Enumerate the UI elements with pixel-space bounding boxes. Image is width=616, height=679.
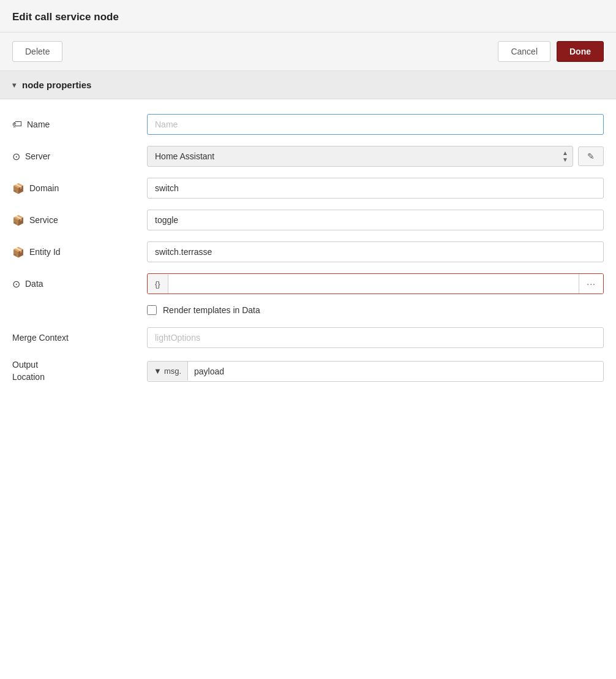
data-icon: ⊙ [12, 278, 20, 290]
merge-context-field-wrapper [147, 327, 604, 348]
form-body: 🏷 Name ⊙ Server Home Assistant [0, 99, 616, 406]
name-row: 🏷 Name [12, 114, 604, 135]
entity-id-label-text: Entity Id [29, 247, 61, 257]
server-select-wrapper: Home Assistant ▲ ▼ [147, 146, 573, 167]
domain-input[interactable] [147, 178, 604, 199]
output-location-wrapper: ▼ msg. [147, 361, 604, 382]
domain-label-text: Domain [29, 183, 59, 193]
entity-id-field-wrapper [147, 241, 604, 262]
merge-context-input[interactable] [147, 327, 604, 348]
domain-field-wrapper [147, 178, 604, 199]
output-value-input[interactable] [188, 362, 603, 381]
server-label: ⊙ Server [12, 151, 147, 162]
service-label: 📦 Service [12, 214, 147, 226]
server-edit-button[interactable]: ✎ [578, 146, 604, 166]
entity-id-label: 📦 Entity Id [12, 246, 147, 258]
domain-row: 📦 Domain [12, 178, 604, 199]
name-field-wrapper [147, 114, 604, 135]
entity-id-input[interactable] [147, 241, 604, 262]
section-title: node properties [22, 80, 91, 90]
toolbar-right: Cancel Done [498, 41, 604, 62]
output-location-field-wrapper: ▼ msg. [147, 361, 604, 382]
done-button[interactable]: Done [557, 41, 604, 62]
render-templates-checkbox[interactable] [147, 305, 157, 315]
output-type-label: msg. [164, 366, 181, 376]
chevron-down-icon: ▾ [12, 81, 16, 89]
entity-id-icon: 📦 [12, 246, 24, 258]
merge-context-label-text: Merge Context [12, 333, 69, 343]
merge-context-row: Merge Context [12, 327, 604, 348]
section-header: ▾ node properties [0, 71, 616, 99]
name-input[interactable] [147, 114, 604, 135]
service-field-wrapper [147, 210, 604, 230]
entity-id-row: 📦 Entity Id [12, 241, 604, 262]
data-json-icon-button[interactable]: {} [148, 275, 168, 294]
service-label-text: Service [29, 215, 58, 225]
service-input[interactable] [147, 210, 604, 230]
server-icon: ⊙ [12, 151, 20, 162]
data-ellipsis-button[interactable]: ··· [579, 274, 603, 294]
name-label: 🏷 Name [12, 119, 147, 130]
data-input[interactable] [168, 274, 579, 294]
data-input-wrapper: {} ··· [147, 273, 604, 294]
data-label: ⊙ Data [12, 278, 147, 290]
domain-label: 📦 Domain [12, 183, 147, 194]
data-field-wrapper: {} ··· [147, 273, 604, 294]
service-row: 📦 Service [12, 210, 604, 230]
server-select[interactable]: Home Assistant [147, 146, 573, 167]
merge-context-label: Merge Context [12, 333, 147, 343]
cancel-button[interactable]: Cancel [498, 41, 550, 62]
data-row: ⊙ Data {} ··· [12, 273, 604, 294]
render-templates-row: Render templates in Data [147, 305, 604, 315]
output-location-row: OutputLocation ▼ msg. [12, 359, 604, 383]
server-label-text: Server [25, 151, 50, 161]
tag-icon: 🏷 [12, 119, 22, 130]
toolbar: Delete Cancel Done [0, 32, 616, 71]
server-field-wrapper: Home Assistant ▲ ▼ ✎ [147, 146, 604, 167]
dialog-title: Edit call service node [0, 0, 616, 32]
domain-icon: 📦 [12, 183, 24, 194]
server-controls: Home Assistant ▲ ▼ ✎ [147, 146, 604, 167]
data-label-text: Data [25, 279, 43, 289]
dialog: Edit call service node Delete Cancel Don… [0, 0, 616, 679]
render-templates-label: Render templates in Data [163, 305, 260, 315]
server-row: ⊙ Server Home Assistant ▲ ▼ ✎ [12, 146, 604, 167]
output-type-button[interactable]: ▼ msg. [148, 362, 188, 381]
name-label-text: Name [27, 119, 50, 129]
output-location-label: OutputLocation [12, 359, 147, 383]
delete-button[interactable]: Delete [12, 41, 62, 62]
chevron-down-icon: ▼ [154, 366, 162, 376]
service-icon: 📦 [12, 214, 24, 226]
